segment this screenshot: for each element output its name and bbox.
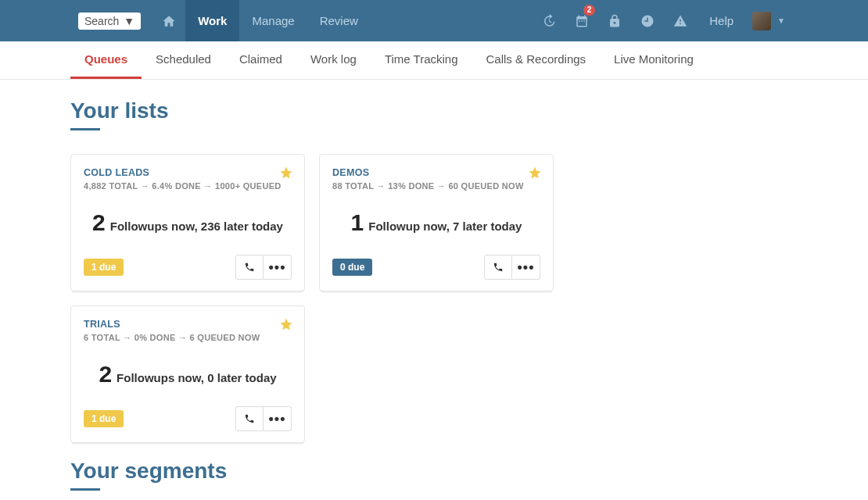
card-followups: 2Followups now, 236 later today (84, 209, 292, 236)
followup-count: 2 (92, 209, 106, 235)
card-footer: 1 due••• (84, 255, 292, 280)
card-actions: ••• (484, 255, 540, 280)
lock-button[interactable] (598, 0, 631, 41)
more-icon: ••• (518, 265, 535, 270)
user-menu[interactable]: ▼ (746, 0, 790, 41)
followup-text: Followups now, 0 later today (117, 371, 276, 384)
phone-icon (244, 262, 255, 273)
card-actions: ••• (235, 406, 292, 431)
nav-item-review[interactable]: Review (307, 0, 371, 41)
subnav-item-work-log[interactable]: Work log (296, 41, 371, 79)
clock-icon (640, 14, 655, 28)
card-stats: 6 TOTAL → 0% DONE → 6 QUEUED NOW (84, 333, 292, 342)
section-title-lists: Your lists (70, 98, 798, 123)
queue-card: DEMOS88 TOTAL → 13% DONE → 60 QUEUED NOW… (319, 154, 554, 291)
card-footer: 0 due••• (332, 255, 540, 280)
nav-items: WorkManageReview (185, 0, 371, 41)
search-dropdown[interactable]: Search ▼ (78, 12, 141, 30)
top-nav: Search ▼ WorkManageReview 2 Help ▼ (0, 0, 868, 41)
card-title: DEMOS (332, 167, 540, 178)
sub-nav: QueuesScheduledClaimedWork logTime Track… (0, 41, 868, 80)
more-button[interactable]: ••• (512, 255, 540, 280)
call-button[interactable] (235, 255, 264, 280)
queue-card: COLD LEADS4,882 TOTAL → 6.4% DONE → 1000… (70, 154, 305, 291)
more-icon: ••• (269, 265, 286, 270)
followup-text: Followups now, 236 later today (110, 220, 283, 233)
star-toggle[interactable] (528, 166, 542, 183)
due-badge[interactable]: 1 due (84, 259, 124, 276)
star-filled-icon (279, 166, 293, 180)
alert-button[interactable] (664, 0, 697, 41)
card-stats: 88 TOTAL → 13% DONE → 60 QUEUED NOW (332, 181, 540, 191)
warning-icon (673, 14, 687, 28)
subnav-item-calls-recordings[interactable]: Calls & Recordings (472, 41, 601, 79)
search-label: Search (84, 15, 119, 27)
followup-count: 1 (351, 209, 364, 235)
phone-icon (244, 413, 255, 424)
help-link[interactable]: Help (697, 0, 746, 41)
subnav-item-live-monitoring[interactable]: Live Monitoring (600, 41, 708, 79)
card-title: TRIALS (84, 319, 292, 330)
section-title-segments: Your segments (70, 459, 798, 484)
section-underline (70, 128, 100, 130)
card-footer: 1 due••• (84, 406, 292, 431)
subnav-item-claimed[interactable]: Claimed (225, 41, 296, 79)
calendar-button[interactable]: 2 (565, 0, 598, 41)
star-filled-icon (279, 317, 293, 331)
clock-button[interactable] (631, 0, 664, 41)
call-button[interactable] (484, 255, 512, 280)
more-icon: ••• (269, 416, 286, 421)
followup-text: Followup now, 7 later today (368, 220, 522, 233)
more-button[interactable]: ••• (264, 255, 292, 280)
subnav-item-time-tracking[interactable]: Time Tracking (371, 41, 472, 79)
subnav-item-queues[interactable]: Queues (70, 41, 142, 79)
notification-badge: 2 (583, 5, 596, 16)
nav-item-work[interactable]: Work (185, 0, 239, 41)
history-icon (542, 14, 556, 28)
chevron-down-icon: ▼ (777, 16, 785, 25)
star-toggle[interactable] (279, 317, 293, 334)
chevron-down-icon: ▼ (124, 15, 135, 27)
card-title: COLD LEADS (84, 167, 292, 178)
star-toggle[interactable] (279, 166, 293, 183)
nav-item-manage[interactable]: Manage (239, 0, 307, 41)
subnav-item-scheduled[interactable]: Scheduled (142, 41, 225, 79)
phone-icon (493, 262, 504, 273)
due-badge[interactable]: 0 due (332, 259, 372, 276)
avatar (752, 12, 771, 30)
call-button[interactable] (235, 406, 264, 431)
lists-cards: COLD LEADS4,882 TOTAL → 6.4% DONE → 1000… (70, 154, 798, 443)
queue-card: TRIALS6 TOTAL → 0% DONE → 6 QUEUED NOW2F… (70, 305, 305, 443)
due-badge[interactable]: 1 due (84, 410, 124, 427)
star-filled-icon (528, 166, 542, 180)
card-actions: ••• (235, 255, 292, 280)
card-stats: 4,882 TOTAL → 6.4% DONE → 1000+ QUEUED (84, 181, 292, 191)
home-button[interactable] (152, 0, 185, 41)
history-button[interactable] (533, 0, 565, 41)
more-button[interactable]: ••• (264, 406, 292, 431)
section-underline (70, 488, 100, 491)
home-icon (162, 14, 176, 28)
calendar-icon (575, 14, 589, 28)
card-followups: 2Followups now, 0 later today (84, 361, 292, 388)
card-followups: 1Followup now, 7 later today (332, 209, 540, 236)
main-content: Your lists COLD LEADS4,882 TOTAL → 6.4% … (0, 80, 868, 500)
followup-count: 2 (99, 361, 112, 387)
lock-icon (608, 14, 622, 28)
